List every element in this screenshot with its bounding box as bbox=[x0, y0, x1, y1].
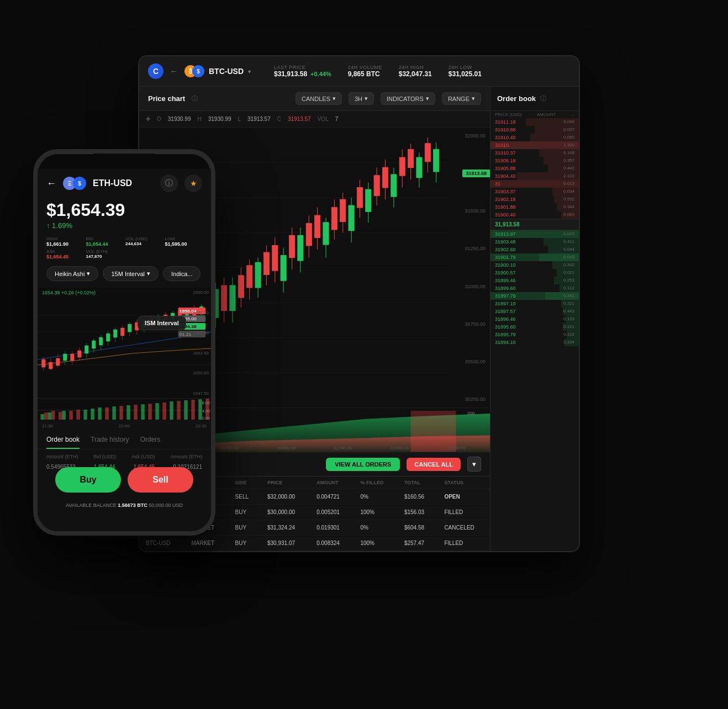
svg-rect-95 bbox=[85, 346, 88, 353]
mobile-interval-button[interactable]: 15M Interval ▾ bbox=[103, 266, 159, 281]
svg-rect-117 bbox=[121, 328, 124, 336]
desktop-pair-name[interactable]: BTC-USD bbox=[209, 67, 244, 76]
ob-sell-row-highlight: 31910.1.300 bbox=[490, 141, 579, 149]
mobile-pair-icons: Ξ $ bbox=[63, 177, 86, 190]
mobile-sell-button[interactable]: Sell bbox=[128, 467, 193, 493]
current-price-badge: 31913.58 bbox=[462, 170, 490, 177]
mobile-ask-stat: ASK $1,654.45 bbox=[46, 249, 84, 260]
ob-buy-row: 31899.460.253 bbox=[490, 277, 579, 284]
ob-sell-row: 31906.180.357 bbox=[490, 157, 579, 165]
range-button[interactable]: RANGE ▾ bbox=[442, 92, 481, 105]
svg-text:4.00: 4.00 bbox=[202, 409, 210, 414]
svg-rect-60 bbox=[315, 215, 320, 237]
svg-rect-152 bbox=[59, 412, 62, 420]
mobile-time-labels: 21:30 22:00 22:30 bbox=[38, 420, 211, 431]
tab-orders[interactable]: Orders bbox=[140, 431, 161, 449]
volume-stat: 24H VOLUME 9,865 BTC bbox=[348, 65, 382, 78]
svg-rect-28 bbox=[349, 205, 354, 230]
svg-rect-144 bbox=[126, 405, 130, 420]
ob-buy-row: 31897.100.221 bbox=[490, 300, 579, 308]
svg-rect-52 bbox=[263, 252, 269, 274]
mobile-price-section: $1,654.39 ↑ 1.69% bbox=[38, 198, 211, 236]
mobile-chart-type-button[interactable]: Heikin Ashi ▾ bbox=[46, 266, 98, 281]
svg-rect-107 bbox=[142, 320, 145, 328]
svg-rect-153 bbox=[69, 411, 72, 420]
mobile-header: ← Ξ $ ETH-USD ⓘ ★ bbox=[38, 169, 211, 198]
svg-rect-157 bbox=[134, 405, 137, 420]
svg-rect-145 bbox=[141, 404, 144, 420]
svg-rect-141 bbox=[91, 409, 94, 420]
orders-dropdown-button[interactable]: ▾ bbox=[467, 457, 481, 472]
tab-trade-history[interactable]: Trade history bbox=[91, 431, 129, 449]
mobile-favorite-button[interactable]: ★ bbox=[184, 174, 202, 192]
ob-buy-row: 31900.570.021 bbox=[490, 269, 579, 277]
table-row: BTC-USD MARKET BUY $30,931.07 0.008324 1… bbox=[139, 536, 490, 551]
view-all-orders-button[interactable]: VIEW ALL ORDERS bbox=[326, 458, 400, 471]
svg-rect-62 bbox=[331, 208, 337, 230]
svg-text:200: 200 bbox=[467, 411, 475, 416]
svg-rect-83 bbox=[42, 359, 45, 367]
svg-rect-109 bbox=[156, 316, 160, 324]
svg-rect-58 bbox=[306, 224, 312, 246]
last-price-stat: LAST PRICE $31,913.58 +0.44% bbox=[274, 65, 331, 78]
candles-button[interactable]: CANDLES ▾ bbox=[296, 92, 342, 105]
svg-rect-66 bbox=[357, 188, 362, 208]
high-stat: 24H HIGH $32,047.31 bbox=[399, 65, 432, 78]
svg-rect-85 bbox=[49, 362, 52, 369]
indicators-button[interactable]: INDICATORS ▾ bbox=[381, 92, 435, 105]
cancel-all-button[interactable]: CANCEL ALL bbox=[407, 458, 461, 471]
mobile-indicators-button[interactable]: Indica... bbox=[163, 266, 201, 281]
svg-rect-50 bbox=[247, 266, 252, 288]
mobile-buy-button[interactable]: Buy bbox=[55, 467, 121, 493]
svg-rect-70 bbox=[382, 167, 388, 187]
svg-rect-64 bbox=[340, 199, 346, 221]
ohlc-bar: ✛ O 31930.99 H 31930.99 L 31913.57 C 319… bbox=[139, 111, 490, 128]
ob-sell-row: 31902.180.532 bbox=[490, 195, 579, 203]
svg-rect-32 bbox=[391, 174, 397, 197]
mobile-chart-canvas: 1654.38 +0.26 (+0.02%) bbox=[38, 288, 211, 398]
tab-order-book[interactable]: Order book bbox=[46, 431, 80, 449]
ob-buy-row: 31902.600.044 bbox=[490, 246, 579, 253]
ob-buy-row: 31895.790.112 bbox=[490, 331, 579, 338]
svg-rect-111 bbox=[171, 313, 174, 321]
usd-icon: $ bbox=[192, 65, 204, 77]
svg-rect-121 bbox=[149, 318, 152, 326]
svg-rect-97 bbox=[92, 341, 96, 348]
ob-buy-row-highlight: 31913.970.005 bbox=[490, 230, 579, 238]
svg-rect-160 bbox=[177, 401, 180, 420]
mobile-notch bbox=[94, 154, 155, 169]
svg-rect-99 bbox=[99, 337, 103, 345]
back-arrow[interactable]: ← bbox=[170, 67, 178, 76]
svg-rect-156 bbox=[119, 406, 123, 420]
mobile-vol-eth-stat: VOL (ETH) 147,870 bbox=[86, 249, 124, 260]
mobile-price-labels: 1660.00 1657.50 1655.00 1652.50 1650.00 … bbox=[193, 288, 209, 398]
ob-sell-row: 31905.880.442 bbox=[490, 165, 579, 172]
ob-sell-row: 31900.400.063 bbox=[490, 211, 579, 219]
ob-sell-row: 31904.402.110 bbox=[490, 172, 579, 180]
mobile-screen: ← Ξ $ ETH-USD ⓘ ★ $1,654.39 ↑ 1.69% HIGH… bbox=[38, 169, 211, 536]
svg-rect-146 bbox=[155, 403, 159, 420]
chart-info-icon: ⓘ bbox=[192, 94, 198, 103]
svg-rect-137 bbox=[40, 414, 44, 420]
svg-text:01.21: 01.21 bbox=[180, 331, 192, 337]
interval-3h-button[interactable]: 3H ▾ bbox=[349, 92, 374, 105]
svg-rect-87 bbox=[56, 358, 60, 366]
mobile-info-button[interactable]: ⓘ bbox=[160, 174, 178, 192]
ob-sell-row: 31911.180.006 bbox=[490, 118, 579, 126]
svg-rect-142 bbox=[98, 408, 101, 420]
svg-rect-74 bbox=[408, 150, 413, 168]
svg-rect-119 bbox=[135, 322, 138, 330]
mobile-back-button[interactable]: ← bbox=[46, 178, 56, 189]
orderbook-title-bar: Order book ⓘ bbox=[490, 87, 579, 111]
mobile-vol-usd-stat: VOL (USD) 244,634 bbox=[125, 236, 163, 247]
svg-rect-148 bbox=[184, 400, 187, 420]
svg-rect-155 bbox=[105, 408, 108, 420]
svg-rect-22 bbox=[281, 256, 286, 281]
svg-rect-20 bbox=[255, 262, 261, 287]
svg-rect-93 bbox=[64, 354, 67, 361]
mobile-pair-name[interactable]: ETH-USD bbox=[93, 178, 132, 188]
mobile-bid-stat: BID $1,654.44 bbox=[86, 236, 124, 247]
ob-sell-row: 31901.880.344 bbox=[490, 203, 579, 211]
svg-rect-91 bbox=[78, 351, 81, 357]
svg-rect-101 bbox=[107, 334, 110, 341]
